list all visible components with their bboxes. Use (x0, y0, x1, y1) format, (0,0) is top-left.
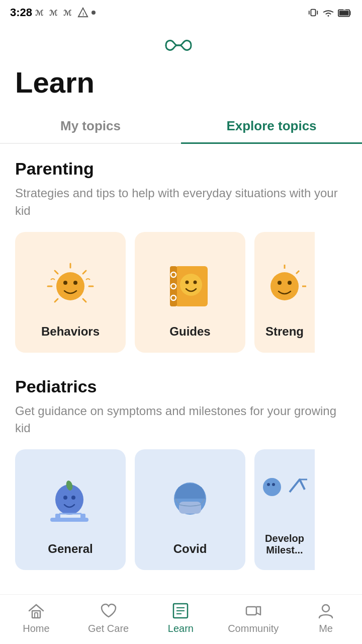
content-area: Parenting Strategies and tips to help wi… (0, 144, 362, 594)
maven-icon-3: ℳ (63, 7, 74, 18)
learn-label: Learn (168, 623, 194, 634)
svg-point-10 (56, 272, 84, 300)
svg-rect-50 (35, 613, 38, 618)
community-icon (244, 602, 262, 620)
get-care-label: Get Care (88, 623, 129, 634)
svg-text:!: ! (82, 12, 84, 17)
svg-point-36 (71, 496, 75, 500)
tab-explore-topics[interactable]: Explore topics (181, 109, 362, 143)
general-label: General (48, 542, 93, 556)
svg-rect-45 (179, 502, 201, 514)
svg-rect-8 (339, 11, 349, 15)
svg-point-26 (186, 280, 189, 284)
section-pediatrics: Pediatrics Get guidance on symptoms and … (15, 377, 347, 577)
page-title: Learn (0, 60, 362, 109)
card-developmental[interactable]: DevelopMilest... (254, 449, 315, 570)
status-time-area: 3:28 ℳ ℳ ℳ ! (10, 6, 96, 19)
card-general[interactable]: General (15, 449, 126, 570)
me-label: Me (319, 623, 333, 634)
developmental-icon (254, 464, 315, 525)
home-icon (27, 602, 45, 620)
svg-line-14 (55, 271, 58, 274)
svg-point-47 (267, 483, 270, 486)
svg-line-19 (83, 299, 86, 302)
status-right-icons (308, 7, 352, 18)
tabs-container: My topics Explore topics (0, 109, 362, 144)
behaviors-icon (40, 256, 101, 316)
card-strengths[interactable]: Streng (254, 232, 315, 353)
svg-rect-49 (32, 611, 40, 618)
developmental-label: DevelopMilest... (265, 533, 304, 556)
covid-icon (160, 473, 220, 534)
dot-indicator (92, 11, 96, 15)
learn-icon (171, 602, 190, 620)
battery-icon (338, 7, 352, 18)
vibrate-icon (308, 7, 319, 18)
tab-my-topics[interactable]: My topics (0, 109, 181, 143)
community-label: Community (228, 623, 279, 634)
card-covid[interactable]: Covid (135, 449, 245, 570)
get-care-icon (100, 602, 118, 620)
card-guides[interactable]: Guides (135, 232, 245, 353)
home-label: Home (23, 623, 49, 634)
svg-line-16 (55, 299, 58, 302)
svg-point-11 (63, 281, 67, 285)
svg-line-17 (83, 271, 86, 274)
svg-point-28 (270, 272, 299, 300)
behaviors-label: Behaviors (41, 325, 100, 339)
svg-point-29 (278, 281, 282, 285)
maven-logo (161, 35, 201, 55)
svg-point-56 (322, 605, 329, 612)
svg-point-25 (180, 274, 202, 296)
svg-text:ℳ: ℳ (63, 9, 72, 17)
svg-point-48 (272, 483, 275, 486)
strengths-icon (254, 256, 315, 316)
svg-point-35 (63, 496, 67, 500)
nav-get-care[interactable]: Get Care (83, 602, 134, 634)
maven-icon-2: ℳ (49, 7, 60, 18)
svg-point-12 (73, 281, 77, 285)
header (0, 25, 362, 60)
parenting-desc: Strategies and tips to help with everyda… (15, 185, 347, 220)
warning-icon: ! (77, 7, 88, 18)
svg-text:ℳ: ℳ (35, 9, 44, 17)
maven-icon-1: ℳ (35, 7, 46, 18)
me-icon (317, 602, 335, 620)
general-icon (40, 473, 101, 534)
svg-point-27 (194, 280, 197, 284)
svg-text:ℳ: ℳ (49, 9, 58, 17)
svg-rect-55 (246, 607, 256, 615)
guides-label: Guides (169, 325, 210, 339)
pediatrics-cards-row: General (15, 449, 347, 576)
nav-home[interactable]: Home (11, 602, 61, 634)
guides-icon (160, 256, 220, 316)
nav-me[interactable]: Me (301, 602, 351, 634)
status-time: 3:28 (10, 6, 32, 19)
svg-point-46 (263, 478, 281, 496)
card-behaviors[interactable]: Behaviors (15, 232, 126, 353)
svg-line-32 (296, 271, 299, 274)
nav-community[interactable]: Community (228, 602, 279, 634)
nav-learn[interactable]: Learn (155, 602, 206, 634)
parenting-title: Parenting (15, 159, 347, 179)
svg-point-30 (288, 281, 292, 285)
status-bar: 3:28 ℳ ℳ ℳ ! (0, 0, 362, 25)
pediatrics-desc: Get guidance on symptoms and milestones … (15, 403, 347, 438)
section-parenting: Parenting Strategies and tips to help wi… (15, 159, 347, 359)
covid-label: Covid (173, 542, 207, 556)
parenting-cards-row: Behaviors (15, 232, 347, 359)
svg-rect-4 (311, 10, 315, 16)
pediatrics-title: Pediatrics (15, 377, 347, 396)
bottom-nav: Home Get Care Learn Community Me (0, 594, 362, 644)
strengths-label: Streng (265, 325, 304, 339)
wifi-icon (322, 7, 335, 18)
